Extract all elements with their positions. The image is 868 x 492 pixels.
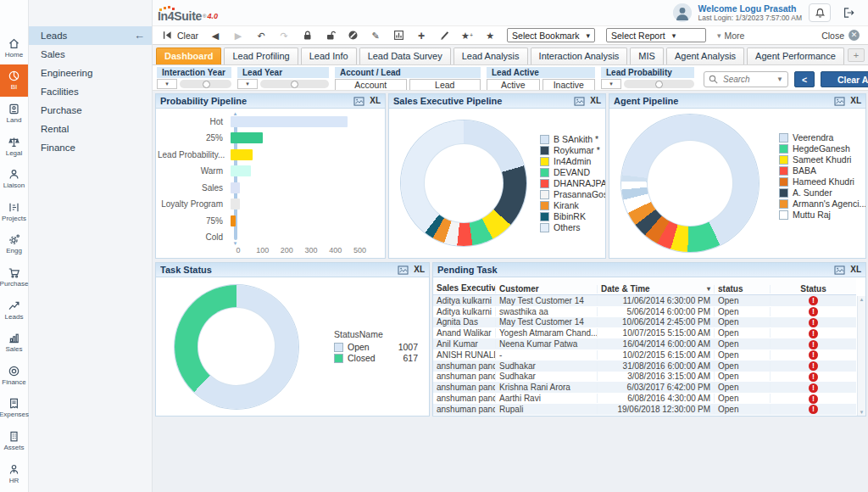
table-row[interactable]: Anil KumarNeena Kumar Patwa16/04/2014 6:… (433, 338, 856, 349)
legend-item[interactable]: Hameed Khudri28 (779, 176, 865, 187)
column-header-status[interactable]: status (715, 285, 771, 294)
search-input[interactable] (721, 74, 762, 85)
rail-item-leads[interactable]: Leads (0, 294, 28, 327)
interaction-year-dropdown[interactable]: ▾ (157, 79, 177, 89)
legend-item[interactable]: A. Sunder27 (779, 187, 865, 198)
legend-item[interactable]: BABA28 (779, 165, 865, 176)
legend-item[interactable]: DEVAND1612 (540, 167, 605, 177)
image-export-icon[interactable] (834, 265, 846, 275)
agent-pipeline-chart[interactable]: Veerendra352HegdeGanesh64Sameet Khudri33… (609, 109, 865, 258)
legend-item[interactable]: In4Admin1733 (540, 156, 605, 166)
excel-export-icon[interactable]: XL (370, 96, 381, 106)
table-row[interactable]: Aditya kulkarniswasthika aa5/06/2014 6:0… (433, 306, 856, 317)
disable-icon[interactable] (347, 30, 359, 42)
table-row[interactable]: ANISH RUNALDO-10/02/2015 6:15:00 AMOpen! (433, 349, 856, 361)
prev-page-button[interactable]: < (794, 71, 815, 87)
legend-item[interactable]: Muttu Raj26 (779, 210, 865, 220)
notifications-button[interactable] (809, 3, 831, 22)
table-row[interactable]: anshuman pandaSudhakar3/08/2016 3:15:00 … (433, 372, 856, 383)
first-record-icon[interactable] (161, 30, 173, 42)
rail-item-liaison[interactable]: Liaison (0, 162, 28, 195)
legend-item[interactable]: Sameet Khudri33 (779, 154, 865, 165)
chart-report-icon[interactable] (392, 30, 404, 42)
tab-lead-data-survey[interactable]: Lead Data Survey (359, 48, 451, 64)
lead-year-dropdown[interactable]: ▾ (237, 79, 258, 89)
clear-button[interactable]: Clear (177, 31, 198, 41)
table-scrollbar[interactable]: ▲▼ (857, 296, 865, 416)
legend-item[interactable]: HegdeGanesh64 (779, 143, 865, 154)
bookmark-icon[interactable]: ★ (484, 30, 496, 42)
donut-chart[interactable] (175, 285, 298, 409)
rail-item-purchase[interactable]: Purchase (0, 260, 28, 294)
column-header-date-time[interactable]: Date & Time▾ (598, 285, 715, 294)
rail-item-expenses[interactable]: Expenses (0, 392, 28, 425)
rail-item-land[interactable]: Land (0, 97, 28, 130)
add-tab-button[interactable]: + (848, 48, 865, 62)
excel-export-icon[interactable]: XL (414, 265, 425, 275)
sales-executive-pipeline-chart[interactable]: B SAnkith *6118Roykumar *4793In4Admin173… (389, 109, 605, 258)
legend-item[interactable]: B SAnkith *6118 (540, 134, 605, 144)
tab-agent-analysis[interactable]: Agent Analysis (666, 48, 744, 64)
interaction-year-slider[interactable] (180, 80, 231, 88)
rail-item-home[interactable]: Home (0, 31, 28, 64)
task-status-chart[interactable]: StatusNameOpen1007Closed617 (156, 277, 429, 416)
rail-item-assets[interactable]: Assets (0, 424, 28, 457)
tab-agent-performance[interactable]: Agent Performance (747, 48, 844, 64)
edit-icon[interactable]: ✎ (370, 30, 381, 42)
submenu-item-finance[interactable]: Finance (29, 138, 152, 157)
undo-icon[interactable]: ↶ (255, 30, 267, 42)
column-header-sales-executive[interactable]: Sales Executive▴ (433, 284, 496, 294)
slider-knob[interactable] (655, 81, 663, 88)
rail-item-sales[interactable]: Sales (0, 326, 28, 359)
brush-icon[interactable] (438, 30, 450, 42)
add-icon[interactable]: + (415, 30, 427, 42)
active-button[interactable]: Active (487, 79, 540, 91)
back-icon[interactable]: ◀ (209, 30, 221, 42)
tab-lead-analysis[interactable]: Lead Analysis (453, 48, 528, 64)
rail-item-bi[interactable]: BI (0, 64, 28, 98)
table-row[interactable]: anshuman pandaRupali19/06/2018 12:30:00 … (433, 404, 856, 415)
bar[interactable] (231, 116, 348, 127)
legend-item[interactable]: Veerendra352 (779, 132, 865, 143)
legend-item[interactable]: Kirank943 (540, 200, 605, 210)
logout-button[interactable] (837, 3, 860, 22)
close-button[interactable]: Close ✕ (821, 30, 860, 41)
redo-icon[interactable]: ↷ (278, 30, 290, 42)
bar[interactable] (231, 149, 253, 160)
image-export-icon[interactable] (353, 96, 365, 106)
bar[interactable] (231, 215, 236, 226)
table-row[interactable]: anshuman pandaAarthi Ravi6/08/2016 4:30:… (433, 393, 856, 404)
table-row[interactable]: anshuman pandaSudhakar31/08/2016 6:00:00… (433, 361, 856, 372)
table-row[interactable]: Agnita DasMay Test Customer 1410/06/2014… (433, 317, 856, 328)
column-header-customer[interactable]: Customer (496, 285, 598, 294)
tab-interaction-analysis[interactable]: Interaction Analysis (531, 48, 628, 64)
legend-item[interactable]: Others11772 (540, 222, 605, 232)
tab-lead-profiling[interactable]: Lead Profiling (224, 48, 298, 64)
report-select[interactable]: Select Report ▾ (606, 28, 706, 42)
rail-item-engg[interactable]: Engg (0, 228, 28, 261)
excel-export-icon[interactable]: XL (590, 96, 601, 106)
image-export-icon[interactable] (574, 96, 586, 106)
submenu-item-rental[interactable]: Rental (29, 120, 152, 138)
bar[interactable] (231, 132, 263, 143)
rail-item-projects[interactable]: Projects (0, 195, 28, 228)
tab-dashboard[interactable]: Dashboard (156, 48, 221, 64)
excel-export-icon[interactable]: XL (850, 96, 861, 106)
slider-knob[interactable] (203, 81, 210, 88)
submenu-item-purchase[interactable]: Purchase (29, 101, 152, 120)
image-export-icon[interactable] (398, 265, 409, 275)
table-row[interactable]: Aditya kulkarniMay Test Customer 1411/06… (433, 295, 856, 306)
image-export-icon[interactable] (834, 96, 846, 106)
bar[interactable] (231, 165, 251, 176)
column-header-status[interactable]: Status (771, 285, 856, 294)
collapse-arrow-icon[interactable]: ← (134, 31, 145, 40)
submenu-item-sales[interactable]: Sales (29, 45, 152, 64)
submenu-item-facilities[interactable]: Facilities (29, 82, 152, 101)
legend-item[interactable]: Closed617 (334, 353, 418, 363)
forward-icon[interactable]: ▶ (232, 30, 244, 42)
inactive-button[interactable]: Inactive (542, 79, 596, 91)
legend-item[interactable]: Open1007 (334, 342, 418, 352)
rail-item-finance[interactable]: Finance (0, 359, 28, 392)
lead-probability-dropdown[interactable]: ▾ (601, 79, 621, 89)
tab-mis[interactable]: MIS (630, 48, 664, 64)
